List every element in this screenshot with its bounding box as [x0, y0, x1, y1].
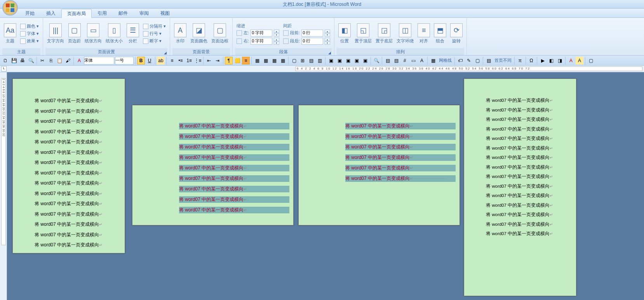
columns-button[interactable]: ☰分栏 [125, 23, 141, 45]
qat-macros[interactable]: ▶ [539, 57, 547, 65]
doc-line[interactable]: 将 word07 中的某一页变成横向↵ [486, 202, 572, 208]
doc-line[interactable]: 将 word07 中的某一页变成横向↵ [35, 232, 121, 238]
qat-equation[interactable]: π [516, 57, 524, 65]
space-after-input[interactable] [301, 38, 323, 45]
doc-line[interactable]: 将 word07 中的某一页变成横向↵ [486, 117, 572, 122]
theme-fonts-button[interactable]: 字体 ▾ [19, 30, 40, 37]
qat-format-painter[interactable]: 🖌 [64, 57, 72, 65]
doc-line[interactable]: 将 word07 中的某一页变成横向↵ [345, 123, 456, 129]
indent-left-up[interactable]: ▴ [274, 30, 279, 33]
doc-line[interactable]: 将 word07 中的某一页变成横向↵ [345, 133, 456, 140]
indent-left-down[interactable]: ▾ [274, 33, 279, 37]
qat-view3[interactable]: ▣ [344, 57, 352, 65]
qat-insert-cols[interactable]: ▦ [270, 57, 278, 65]
doc-line[interactable]: 将 word07 中的某一页变成横向↵ [486, 183, 572, 189]
qat-copy[interactable]: ⎘ [47, 57, 55, 65]
qat-view4[interactable]: ▣ [353, 57, 360, 65]
size-button[interactable]: ▯纸张大小 [104, 23, 124, 45]
space-before-down[interactable]: ▾ [325, 33, 330, 37]
qat-preview[interactable]: 🔍 [27, 57, 35, 65]
qat-context2[interactable]: ✎ [465, 57, 473, 65]
qat-new[interactable]: 🗋 [2, 57, 9, 65]
qat-end[interactable]: ▢ [587, 57, 595, 65]
qat-header[interactable]: ▤ [384, 57, 392, 65]
horizontal-ruler[interactable]: 6 4 2 2 4 6 8 10 12 14 16 18 20 22 24 26… [295, 66, 642, 71]
indent-right-down[interactable]: ▾ [274, 41, 279, 45]
doc-line[interactable]: 将 word07 中的某一页变成横向↵ [179, 154, 289, 161]
paragraph-launcher[interactable]: ◢ [328, 51, 331, 55]
qat-misc2[interactable]: ◨ [556, 57, 564, 65]
breaks-button[interactable]: 分隔符 ▾ [141, 23, 167, 30]
watermark-button[interactable]: A水印 [172, 23, 188, 45]
doc-line[interactable]: 将 word07 中的某一页变成横向↵ [486, 231, 572, 237]
qat-context1[interactable]: 🏷 [456, 57, 464, 65]
doc-line[interactable]: 将 word07 中的某一页变成横向↵ [35, 98, 121, 104]
qat-underline[interactable]: U [146, 57, 153, 65]
pagesetup-launcher[interactable]: ◢ [164, 51, 167, 55]
qat-cut[interactable]: ✂ [38, 57, 46, 65]
font-family-input[interactable] [84, 57, 114, 65]
page-2[interactable]: 将 word07 中的某一页变成横向↵将 word07 中的某一页变成横向↵将 … [132, 105, 294, 225]
qat-shading[interactable]: 🟨 [233, 57, 241, 65]
doc-line[interactable]: 将 word07 中的某一页变成横向↵ [486, 126, 572, 132]
doc-line[interactable]: 将 word07 中的某一页变成横向↵ [486, 164, 572, 170]
tab-insert[interactable]: 插入 [40, 9, 61, 17]
doc-line[interactable]: 将 word07 中的某一页变成横向↵ [486, 222, 572, 227]
qat-align-left[interactable]: ≡ [168, 57, 176, 65]
pageborders-button[interactable]: ▢页面边框 [210, 23, 230, 45]
group-button[interactable]: ⬒组合 [432, 23, 448, 45]
doc-line[interactable]: 将 word07 中的某一页变成横向↵ [345, 144, 456, 150]
doc-line[interactable]: 将 word07 中的某一页变成横向↵ [179, 175, 289, 182]
doc-line[interactable]: 将 word07 中的某一页变成横向↵ [486, 193, 572, 199]
doc-line[interactable]: 将 word07 中的某一页变成横向↵ [486, 136, 572, 141]
tab-review[interactable]: 审阅 [134, 9, 155, 17]
qat-color2[interactable]: A [576, 57, 583, 65]
page-1[interactable]: 将 word07 中的某一页变成横向↵将 word07 中的某一页变成横向↵将 … [12, 78, 125, 253]
qat-highlight[interactable]: ab [157, 57, 165, 65]
tab-references[interactable]: 引用 [92, 9, 113, 17]
tab-mailings[interactable]: 邮件 [113, 9, 134, 17]
doc-line[interactable]: 将 word07 中的某一页变成横向↵ [486, 155, 572, 160]
doc-line[interactable]: 将 word07 中的某一页变成横向↵ [179, 196, 289, 203]
qat-view2[interactable]: ▣ [336, 57, 343, 65]
qat-layout1[interactable]: ▤ [307, 57, 315, 65]
rotate-button[interactable]: ⟳旋转 [449, 23, 464, 45]
qat-table[interactable]: ▦ [253, 57, 261, 65]
align-button[interactable]: ≡对齐 [416, 23, 432, 45]
text-direction-button[interactable]: |||文字方向 [45, 23, 66, 45]
doc-line[interactable]: 将 word07 中的某一页变成横向↵ [35, 180, 121, 187]
qat-textbox[interactable]: ▭ [409, 57, 417, 65]
hyphenation-button[interactable]: 断字 ▾ [141, 37, 167, 45]
space-after-down[interactable]: ▾ [325, 41, 330, 45]
qat-indent-dec[interactable]: ⇤ [205, 57, 213, 65]
qat-print[interactable]: 🖶 [19, 57, 26, 65]
doc-line[interactable]: 将 word07 中的某一页变成横向↵ [35, 211, 121, 218]
doc-line[interactable]: 将 word07 中的某一页变成横向↵ [35, 129, 121, 135]
doc-line[interactable]: 将 word07 中的某一页变成横向↵ [35, 108, 121, 115]
space-before-up[interactable]: ▴ [325, 30, 330, 33]
qat-showmarks[interactable]: ¶ [225, 57, 233, 65]
qat-zoom[interactable]: 🔍 [372, 57, 380, 65]
margins-button[interactable]: ▢页边距 [66, 23, 82, 45]
text-wrap-button[interactable]: ◫文字环绕 [395, 23, 415, 45]
qat-multilevel[interactable]: ⋮≡ [194, 57, 202, 65]
tab-home[interactable]: 开始 [19, 9, 40, 17]
qat-gridlines-icon[interactable]: ▦ [429, 57, 437, 65]
doc-line[interactable]: 将 word07 中的某一页变成横向↵ [345, 154, 456, 161]
qat-view5[interactable]: ▣ [361, 57, 369, 65]
qat-numbering[interactable]: 1≡ [185, 57, 193, 65]
tab-selector[interactable]: L [1, 66, 7, 72]
qat-pagenum[interactable]: # [401, 57, 409, 65]
themes-button[interactable]: Aa主题 [2, 23, 18, 45]
qat-layout2[interactable]: ▥ [316, 57, 324, 65]
qat-footer[interactable]: ▤ [392, 57, 400, 65]
pagecolor-button[interactable]: ◪页面颜色 [189, 23, 209, 45]
vertical-ruler[interactable]: 2 4 2 4 6 8 10 14 18 20 22 24 26 28 30 3… [0, 72, 7, 300]
doc-line[interactable]: 将 word07 中的某一页变成横向↵ [35, 190, 121, 197]
doc-line[interactable]: 将 word07 中的某一页变成横向↵ [179, 123, 289, 129]
doc-line[interactable]: 将 word07 中的某一页变成横向↵ [35, 139, 121, 145]
space-after-up[interactable]: ▴ [325, 38, 330, 41]
doc-line[interactable]: 将 word07 中的某一页变成横向↵ [179, 165, 289, 171]
qat-font-color[interactable]: A [75, 57, 83, 65]
qat-firstdiff-icon[interactable]: ▤ [485, 57, 493, 65]
